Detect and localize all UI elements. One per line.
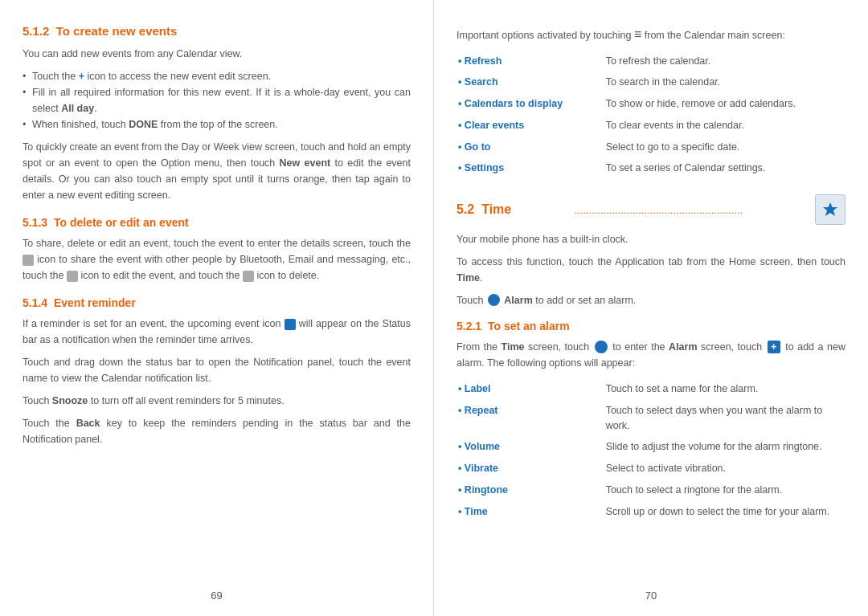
menu-label: • Settings xyxy=(458,158,604,178)
menu-desc: To set a series of Calendar settings. xyxy=(606,158,844,178)
section-513-heading: 5.1.3 To delete or edit an event xyxy=(23,216,411,229)
menu-desc: To search in the calendar. xyxy=(606,72,844,92)
important-note: Important options activated by touching … xyxy=(457,24,845,45)
section-513-para1: To share, delete or edit an event, touch… xyxy=(23,235,411,284)
table-row: • Volume Slide to adjust the volume for … xyxy=(458,437,844,457)
table-row: • Repeat Touch to select days when you w… xyxy=(458,401,844,436)
page-number-left: 69 xyxy=(211,589,222,602)
section-512-para1: To quickly create an event from the Day … xyxy=(23,139,411,203)
page-number-right: 70 xyxy=(645,589,657,602)
alarm-desc: Touch to select days when you want the a… xyxy=(606,401,844,436)
table-row: • Search To search in the calendar. xyxy=(458,72,844,92)
alarm-desc: Scroll up or down to select the time for… xyxy=(606,502,844,522)
alarm-desc: Slide to adjust the volume for the alarm… xyxy=(606,437,844,457)
list-item: When finished, touch DONE from the top o… xyxy=(23,116,411,133)
section-514-para2: Touch and drag down the status bar to op… xyxy=(23,354,411,386)
section-514-heading: 5.1.4 Event reminder xyxy=(23,296,411,309)
menu-table: • Refresh To refresh the calendar. • Sea… xyxy=(457,50,845,181)
section-512-heading: 5.1.2 To create new events xyxy=(23,24,411,38)
alarm-label: • Label xyxy=(458,379,604,399)
section-521-heading: 5.2.1 To set an alarm xyxy=(457,320,845,332)
section-52-header: 5.2 Time ...............................… xyxy=(457,194,845,225)
section-52-icon xyxy=(815,194,845,225)
alarm-label: • Time xyxy=(458,502,604,522)
menu-label: • Go to xyxy=(458,137,604,157)
menu-label: • Calendars to display xyxy=(458,94,604,114)
section-52-title: 5.2 Time xyxy=(457,202,575,217)
table-row: • Vibrate Select to activate vibration. xyxy=(458,459,844,479)
section-514-para4: Touch the Back key to keep the reminders… xyxy=(23,415,411,447)
menu-desc: To refresh the calendar. xyxy=(606,51,844,71)
page-left: 5.1.2 To create new events You can add n… xyxy=(0,0,434,616)
section-52-para3: Touch Alarm to add or set an alarm. xyxy=(457,292,845,308)
section-521-para1: From the Time screen, touch to enter the… xyxy=(457,339,845,371)
section-512-bullets: Touch the + icon to access the new event… xyxy=(23,68,411,133)
section-52-para1: Your mobile phone has a built-in clock. xyxy=(457,231,845,247)
section-512-intro: You can add new events from any Calendar… xyxy=(23,46,411,62)
alarm-desc: Touch to set a name for the alarm. xyxy=(606,379,844,399)
menu-label: • Clear events xyxy=(458,116,604,136)
alarm-desc: Touch to select a ringtone for the alarm… xyxy=(606,480,844,500)
table-row: • Ringtone Touch to select a ringtone fo… xyxy=(458,480,844,500)
alarm-options-table: • Label Touch to set a name for the alar… xyxy=(457,377,845,523)
alarm-label: • Volume xyxy=(458,437,604,457)
alarm-label: • Ringtone xyxy=(458,480,604,500)
section-514-para1: If a reminder is set for an event, the u… xyxy=(23,316,411,348)
menu-desc: To clear events in the calendar. xyxy=(606,116,844,136)
table-row: • Time Scroll up or down to select the t… xyxy=(458,502,844,522)
menu-desc: Select to go to a specific date. xyxy=(606,137,844,157)
menu-label: • Refresh xyxy=(458,51,604,71)
section-52-para2: To access this function, touch the Appli… xyxy=(457,254,845,286)
menu-desc: To show or hide, remove or add calendars… xyxy=(606,94,844,114)
table-row: • Refresh To refresh the calendar. xyxy=(458,51,844,71)
list-item: Fill in all required information for thi… xyxy=(23,84,411,116)
alarm-desc: Select to activate vibration. xyxy=(606,459,844,479)
table-row: • Label Touch to set a name for the alar… xyxy=(458,379,844,399)
menu-label: • Search xyxy=(458,72,604,92)
list-item: Touch the + icon to access the new event… xyxy=(23,68,411,84)
table-row: • Clear events To clear events in the ca… xyxy=(458,116,844,136)
table-row: • Go to Select to go to a specific date. xyxy=(458,137,844,157)
section-514-para3: Touch Snooze to turn off all event remin… xyxy=(23,393,411,409)
page-right: Important options activated by touching … xyxy=(434,0,868,616)
alarm-label: • Vibrate xyxy=(458,459,604,479)
alarm-label: • Repeat xyxy=(458,401,604,436)
table-row: • Calendars to display To show or hide, … xyxy=(458,94,844,114)
section-52-dots: ........................................… xyxy=(575,204,810,216)
table-row: • Settings To set a series of Calendar s… xyxy=(458,158,844,178)
